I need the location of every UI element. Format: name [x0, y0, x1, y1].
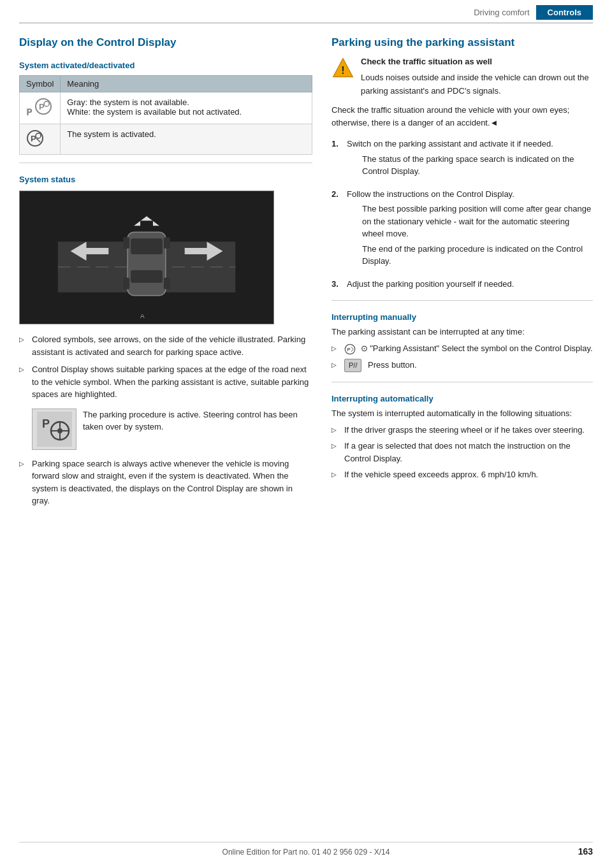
svg-text:A: A	[140, 312, 145, 319]
bullet-item-1: Colored symbols, see arrows, on the side…	[19, 331, 312, 361]
bullet-item-4: Parking space search is always active wh…	[19, 455, 312, 510]
meaning-cell-2: The system is activated.	[61, 124, 312, 155]
step-1-sub: The status of the parking space search i…	[362, 153, 593, 178]
step-2-num: 2.	[332, 188, 342, 268]
svg-text:P: P	[347, 347, 351, 352]
svg-point-2	[44, 101, 49, 106]
step-2-text: Follow the instructions on the Control D…	[347, 189, 514, 199]
interrupting-auto-bullets: If the driver grasps the steering wheel …	[332, 422, 593, 483]
interrupting-manually-text: The parking assistant can be interrupted…	[332, 327, 593, 336]
int-manual-bullet-1: P ⊙ "Parking Assistant" Select the symbo…	[332, 340, 593, 357]
svg-text:!: !	[341, 64, 344, 76]
table-header-meaning: Meaning	[61, 76, 312, 92]
meaning-line1: Gray: the system is not available.	[67, 98, 305, 107]
svg-rect-23	[164, 278, 170, 289]
table-row: ᴘ P Gray: the system is not availabl	[20, 92, 312, 124]
left-column: Display on the Control Display System ac…	[19, 24, 312, 515]
step-1-content: Switch on the parking assistant and acti…	[347, 138, 593, 178]
int-manual-text-2: Press button.	[368, 360, 417, 370]
warning-triangle-icon: !	[332, 57, 354, 80]
divider-right-2	[332, 382, 593, 382]
interrupting-manually-bullets: P ⊙ "Parking Assistant" Select the symbo…	[332, 340, 593, 373]
bullet-item-2: Control Display shows suitable parking s…	[19, 361, 312, 403]
step-2-sub2: The end of the parking procedure is indi…	[362, 243, 593, 268]
parking-symbol-inline: P	[344, 344, 356, 355]
svg-rect-21	[164, 237, 170, 249]
table-row: P The system is activated.	[20, 124, 312, 155]
step-2: 2. Follow the instructions on the Contro…	[332, 185, 593, 270]
interrupting-manually-title: Interrupting manually	[332, 312, 593, 322]
int-auto-bullet-1: If the driver grasps the steering wheel …	[332, 422, 593, 438]
symbol-cell-1: ᴘ P	[20, 92, 61, 124]
page-number: 163	[578, 846, 593, 857]
step-3-num: 3.	[332, 278, 342, 291]
interrupting-automatically-text: The system is interrupted automatically …	[332, 409, 593, 418]
meaning-activated: The system is activated.	[67, 129, 305, 139]
system-status-bullets: Colored symbols, see arrows, on the side…	[19, 331, 312, 403]
parking-steps: 1. Switch on the parking assistant and a…	[332, 135, 593, 293]
step-3-content: Adjust the parking position yourself if …	[347, 278, 514, 291]
meaning-cell-1: Gray: the system is not available. White…	[61, 92, 312, 124]
main-content: Display on the Control Display System ac…	[0, 24, 612, 515]
warning-box: ! Check the traffic situation as well Lo…	[332, 55, 593, 98]
step-1-text: Switch on the parking assistant and acti…	[347, 139, 553, 148]
svg-rect-18	[131, 238, 163, 254]
warning-line2: Louds noises outside and inside the vehi…	[361, 71, 593, 98]
parking-symbol-gray: ᴘ	[26, 105, 32, 118]
step-1: 1. Switch on the parking assistant and a…	[332, 135, 593, 180]
left-section-title: Display on the Control Display	[19, 36, 312, 49]
svg-rect-20	[123, 237, 129, 249]
table-header-symbol: Symbol	[20, 76, 61, 92]
warning-text-block: Check the traffic situation as well Loud…	[361, 55, 593, 98]
page-footer: Online Edition for Part no. 01 40 2 956 …	[19, 842, 593, 857]
int-manual-bullet-2: P// Press button.	[332, 357, 593, 374]
footer-text: Online Edition for Part no. 01 40 2 956 …	[222, 848, 390, 857]
divider-right-1	[332, 300, 593, 301]
meaning-line2: White: the system is available but not a…	[67, 107, 305, 117]
warning-line1: Check the traffic situation as well	[361, 55, 593, 69]
step-2-content: Follow the instructions on the Control D…	[347, 188, 593, 268]
parking-procedure-text: The parking procedure is active. Steerin…	[83, 409, 312, 433]
car-status-svg: A	[20, 191, 273, 324]
parking-icon-gray: P	[34, 98, 52, 115]
sub-section-activated: System activated/deactivated	[19, 61, 312, 70]
press-button-icon: P//	[344, 359, 361, 372]
symbol-table: Symbol Meaning ᴘ P	[19, 75, 312, 155]
svg-rect-22	[123, 278, 129, 289]
step-3-text: Adjust the parking position yourself if …	[347, 279, 514, 289]
int-auto-bullet-3: If the vehicle speed exceeds approx. 6 m…	[332, 467, 593, 483]
steering-wheel-icon: P	[37, 412, 72, 447]
page-header: Driving comfort Controls	[19, 0, 593, 24]
inline-parking-procedure: P The parking procedure is active. Steer…	[32, 409, 312, 450]
int-auto-bullet-2: If a gear is selected that does not matc…	[332, 438, 593, 467]
sub-section-status: System status	[19, 175, 312, 184]
system-status-image: A	[19, 191, 274, 324]
step-1-num: 1.	[332, 138, 342, 178]
parking-procedure-icon: P	[32, 409, 76, 450]
symbol-cell-2: P	[20, 124, 61, 155]
int-manual-text-1: ⊙ "Parking Assistant" Select the symbol …	[361, 344, 593, 353]
interrupting-automatically-title: Interrupting automatically	[332, 394, 593, 403]
header-controls: Controls	[536, 5, 593, 20]
svg-rect-19	[131, 270, 163, 283]
svg-point-32	[57, 428, 62, 433]
divider-1	[19, 163, 312, 163]
svg-point-9	[36, 133, 41, 138]
bullet-last: Parking space search is always active wh…	[19, 455, 312, 510]
header-driving-comfort: Driving comfort	[474, 8, 529, 17]
step-3: 3. Adjust the parking position yourself …	[332, 275, 593, 293]
right-section-title: Parking using the parking assistant	[332, 36, 593, 49]
warning-line3: Check the traffic situation around the v…	[332, 104, 593, 129]
step-2-sub1: The best possible parking position will …	[362, 203, 593, 240]
right-column: Parking using the parking assistant ! Ch…	[332, 24, 593, 515]
parking-icon-active: P	[26, 129, 44, 147]
svg-text:P: P	[42, 417, 50, 430]
